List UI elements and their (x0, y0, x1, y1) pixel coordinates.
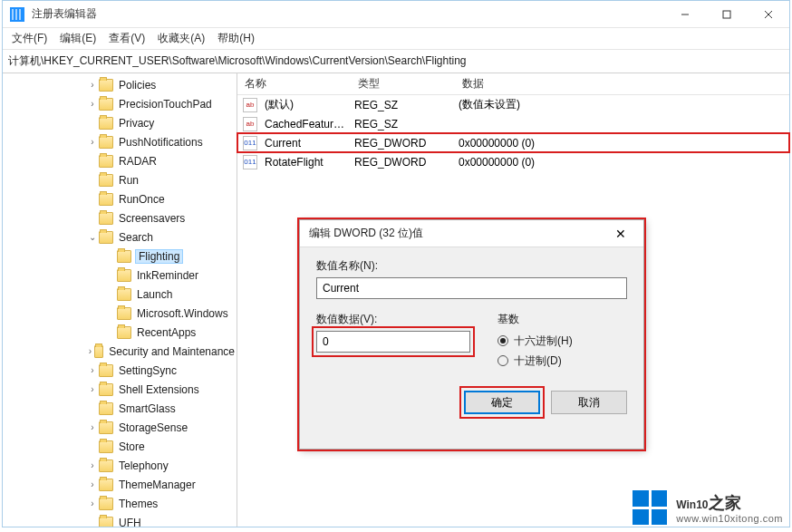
cell-type: REG_SZ (351, 99, 455, 111)
cell-name: CachedFeature... (261, 118, 351, 131)
maximize-button[interactable] (706, 1, 748, 28)
string-value-icon: ab (243, 117, 257, 131)
tree-item-label: Privacy (117, 117, 156, 130)
menu-edit[interactable]: 编辑(E) (60, 31, 96, 46)
tree-item-label: InkReminder (135, 269, 200, 282)
col-type[interactable]: 类型 (351, 76, 455, 92)
folder-icon (99, 155, 113, 168)
list-row[interactable]: 011RotateFlightREG_DWORD0x00000000 (0) (237, 152, 789, 171)
menu-help[interactable]: 帮助(H) (217, 31, 255, 46)
tree-item-label: RunOnce (117, 193, 167, 206)
radix-hex-option[interactable]: 十六进制(H) (497, 331, 627, 351)
col-name[interactable]: 名称 (237, 76, 351, 92)
tree-item[interactable]: RecentApps (3, 323, 237, 342)
folder-icon (99, 421, 113, 434)
address-bar[interactable]: 计算机\HKEY_CURRENT_USER\Software\Microsoft… (3, 50, 789, 73)
chevron-right-icon[interactable]: › (86, 99, 99, 109)
cell-data: 0x00000000 (0) (455, 137, 789, 150)
cell-type: REG_SZ (351, 118, 455, 131)
titlebar: 注册表编辑器 (3, 1, 789, 28)
list-row[interactable]: 011CurrentREG_DWORD0x00000000 (0) (237, 133, 789, 152)
radix-dec-label: 十进制(D) (514, 353, 562, 369)
close-button[interactable] (748, 1, 789, 28)
tree-item-label: Store (117, 440, 147, 453)
tree-item[interactable]: Run (3, 170, 237, 189)
tree-item[interactable]: Screensavers (3, 208, 237, 227)
chevron-right-icon[interactable]: › (86, 137, 99, 147)
radix-dec-option[interactable]: 十进制(D) (497, 351, 627, 371)
radio-icon (497, 335, 508, 346)
value-name-input[interactable] (316, 277, 627, 299)
tree-item-label: Screensavers (117, 212, 187, 225)
tree-item[interactable]: ›PrecisionTouchPad (3, 94, 237, 113)
tree-item-label: Search (117, 231, 155, 244)
tree-item[interactable]: InkReminder (3, 266, 237, 285)
col-data[interactable]: 数据 (455, 76, 789, 92)
folder-icon (99, 79, 113, 92)
tree-item[interactable]: Privacy (3, 113, 237, 132)
tree-item[interactable]: ›PushNotifications (3, 132, 237, 151)
tree-item[interactable]: Launch (3, 285, 237, 304)
folder-icon (117, 269, 131, 282)
cell-data: (数值未设置) (455, 97, 789, 112)
tree-pane[interactable]: ›Policies›PrecisionTouchPadPrivacy›PushN… (3, 73, 237, 527)
svg-rect-1 (723, 11, 730, 18)
menu-favorites[interactable]: 收藏夹(A) (158, 31, 205, 46)
ok-button[interactable]: 确定 (464, 391, 540, 414)
chevron-right-icon[interactable]: › (86, 479, 99, 489)
folder-icon (117, 307, 131, 320)
chevron-right-icon[interactable]: › (86, 460, 99, 470)
chevron-right-icon[interactable]: › (86, 365, 99, 375)
base-label: 基数 (497, 312, 627, 327)
tree-item[interactable]: Microsoft.Windows (3, 304, 237, 323)
cancel-button[interactable]: 取消 (551, 391, 627, 414)
tree-item-label: RADAR (117, 155, 159, 168)
value-data-input[interactable] (316, 331, 470, 353)
list-row[interactable]: ab(默认)REG_SZ(数值未设置) (237, 95, 789, 114)
tree-item-label: Flighting (135, 249, 183, 264)
tree-item[interactable]: Flighting (3, 247, 237, 266)
menu-file[interactable]: 文件(F) (12, 31, 47, 46)
tree-item[interactable]: ›Shell Extensions (3, 380, 237, 399)
tree-item[interactable]: ›Security and Maintenance (3, 342, 237, 361)
tree-item[interactable]: ›StorageSense (3, 418, 237, 437)
tree-item[interactable]: SmartGlass (3, 399, 237, 418)
cell-name: (默认) (261, 97, 351, 112)
chevron-right-icon[interactable]: › (86, 384, 99, 394)
chevron-right-icon[interactable]: › (86, 422, 99, 432)
tree-item[interactable]: RADAR (3, 151, 237, 170)
tree-item-label: Run (117, 174, 140, 187)
chevron-right-icon[interactable]: › (86, 80, 99, 90)
folder-icon (99, 193, 113, 206)
cell-type: REG_DWORD (351, 137, 455, 150)
folder-icon (99, 440, 113, 453)
value-name-label: 数值名称(N): (316, 258, 627, 274)
tree-item[interactable]: ⌄Search (3, 227, 237, 247)
tree-item[interactable]: ›SettingSync (3, 361, 237, 380)
tree-item-label: Shell Extensions (117, 383, 201, 396)
tree-item[interactable]: ›Telephony (3, 456, 237, 475)
tree-item[interactable]: ›Policies (3, 75, 237, 94)
list-header: 名称 类型 数据 (237, 73, 789, 95)
dialog-close-button[interactable]: ✕ (607, 227, 634, 241)
tree-item-label: RecentApps (135, 326, 198, 339)
address-path: 计算机\HKEY_CURRENT_USER\Software\Microsoft… (8, 53, 467, 69)
tree-item-label: Launch (135, 288, 174, 301)
chevron-right-icon[interactable]: › (86, 346, 94, 356)
menu-view[interactable]: 查看(V) (109, 31, 145, 46)
folder-icon (99, 459, 113, 472)
folder-icon (99, 231, 113, 244)
cell-data: 0x00000000 (0) (455, 156, 789, 169)
list-row[interactable]: abCachedFeature...REG_SZ (237, 114, 789, 133)
tree-item[interactable]: ›Themes (3, 494, 237, 513)
tree-item[interactable]: Store (3, 437, 237, 456)
minimize-button[interactable] (664, 1, 706, 28)
tree-item[interactable]: UFH (3, 513, 237, 527)
chevron-down-icon[interactable]: ⌄ (86, 232, 99, 242)
chevron-right-icon[interactable]: › (86, 498, 99, 508)
folder-icon (99, 498, 113, 510)
tree-item[interactable]: ›ThemeManager (3, 475, 237, 494)
tree-item[interactable]: RunOnce (3, 189, 237, 208)
folder-icon (99, 402, 113, 415)
radio-icon (497, 355, 508, 366)
